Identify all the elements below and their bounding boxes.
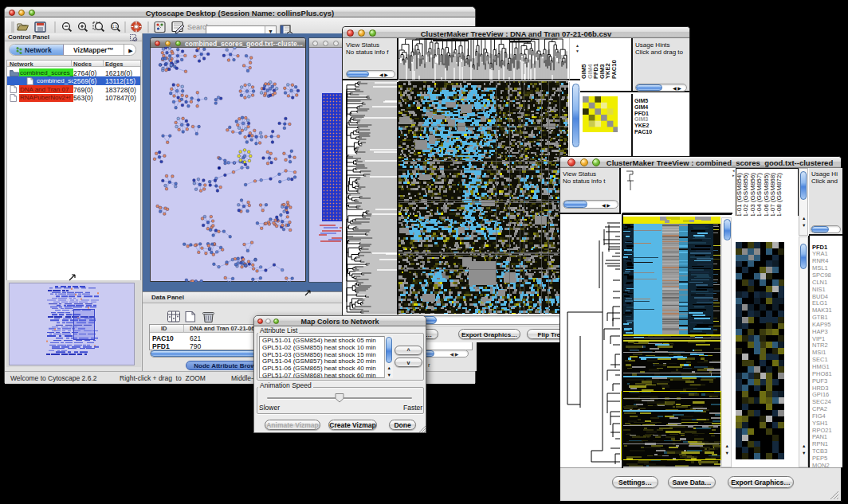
svg-text:PAC10: PAC10: [610, 60, 618, 79]
svg-text:1:1: 1:1: [112, 25, 118, 29]
